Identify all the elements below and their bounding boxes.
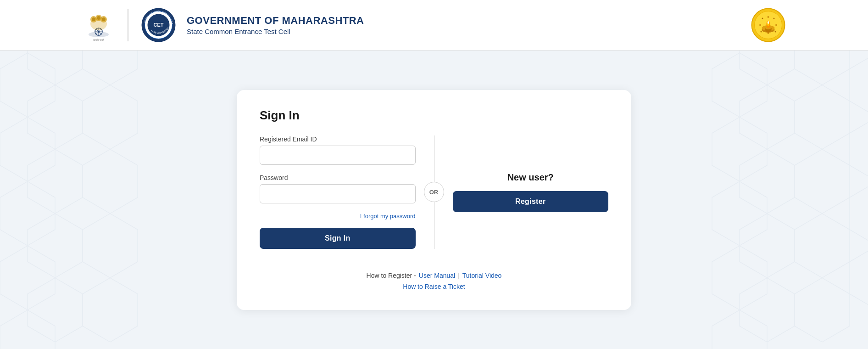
- svg-point-65: [768, 21, 769, 24]
- raise-ticket-row: How to Raise a Ticket: [260, 283, 608, 290]
- main-content: Sign In Registered Email ID Password I f…: [0, 51, 868, 349]
- header-left: सत्यमेव जयते CET STATE COMMON ENTRANCE T…: [83, 8, 751, 42]
- header-right: [751, 8, 785, 42]
- maharashtra-emblem-icon: [751, 8, 785, 42]
- svg-point-67: [775, 24, 777, 26]
- svg-point-73: [775, 31, 776, 33]
- card-body: Registered Email ID Password I forgot my…: [260, 135, 608, 249]
- user-manual-link[interactable]: User Manual: [419, 272, 455, 279]
- header: सत्यमेव जयते CET STATE COMMON ENTRANCE T…: [0, 0, 868, 51]
- register-button[interactable]: Register: [453, 191, 609, 212]
- svg-point-70: [762, 18, 763, 19]
- how-to-register-row: How to Register - User Manual | Tutorial…: [260, 272, 608, 279]
- footer-separator: |: [458, 272, 460, 279]
- svg-text:सत्यमेव जयते: सत्यमेव जयते: [93, 39, 104, 41]
- header-subtitle: State Common Entrance Test Cell: [187, 28, 364, 35]
- forgot-password-link[interactable]: I forgot my password: [260, 213, 416, 220]
- how-to-register-text: How to Register -: [367, 272, 416, 279]
- svg-point-71: [773, 18, 775, 19]
- signin-button[interactable]: Sign In: [260, 228, 416, 249]
- svg-point-49: [97, 16, 100, 20]
- svg-point-66: [759, 24, 761, 26]
- svg-point-58: [158, 36, 160, 38]
- tutorial-video-link[interactable]: Tutorial Video: [462, 272, 502, 279]
- password-group: Password: [260, 174, 416, 203]
- new-user-text: New user?: [507, 172, 554, 183]
- raise-ticket-link[interactable]: How to Raise a Ticket: [403, 283, 465, 290]
- card-footer: How to Register - User Manual | Tutorial…: [260, 263, 608, 290]
- or-divider-badge: OR: [424, 182, 444, 202]
- svg-point-47: [92, 17, 95, 21]
- header-divider: [128, 9, 128, 41]
- header-text: GOVERNMENT OF MAHARASHTRA State Common E…: [187, 15, 364, 35]
- email-label: Registered Email ID: [260, 135, 416, 143]
- password-label: Password: [260, 174, 416, 181]
- signin-title: Sign In: [260, 108, 608, 123]
- svg-text:CET: CET: [154, 22, 164, 28]
- svg-point-69: [768, 32, 769, 34]
- email-group: Registered Email ID: [260, 135, 416, 165]
- svg-point-48: [102, 17, 106, 21]
- cet-logo-icon: CET STATE COMMON ENTRANCE TEST CELL • MA…: [141, 8, 176, 42]
- email-input[interactable]: [260, 146, 416, 165]
- signin-card: Sign In Registered Email ID Password I f…: [237, 90, 631, 310]
- ashoka-emblem-icon: सत्यमेव जयते: [83, 8, 115, 42]
- left-section: Registered Email ID Password I forgot my…: [260, 135, 434, 249]
- right-section: New user? Register: [434, 135, 609, 249]
- svg-point-68: [768, 16, 769, 18]
- password-input[interactable]: [260, 184, 416, 203]
- svg-point-57: [158, 12, 160, 14]
- header-title: GOVERNMENT OF MAHARASHTRA: [187, 15, 364, 27]
- svg-point-72: [761, 31, 762, 33]
